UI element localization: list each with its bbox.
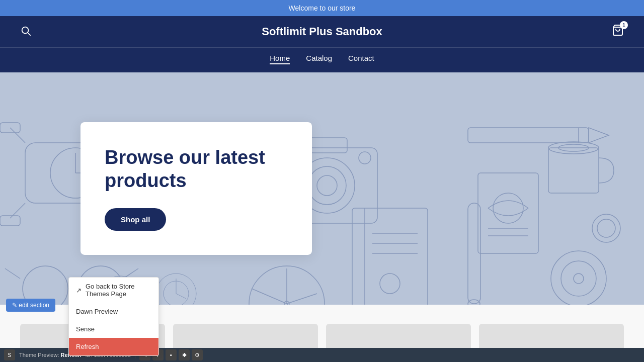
nav-item-catalog[interactable]: Catalog <box>306 54 332 64</box>
context-menu-item-refresh[interactable]: Refresh <box>69 338 158 355</box>
header-right: 1 <box>612 24 624 39</box>
svg-line-1 <box>28 33 30 35</box>
context-menu-item-sense[interactable]: Sense <box>69 320 158 338</box>
toolbar-settings-icon[interactable]: ⚙ <box>192 349 203 360</box>
svg-line-67 <box>176 294 186 299</box>
svg-rect-12 <box>0 216 20 226</box>
svg-line-33 <box>5 268 20 279</box>
cart-badge: 1 <box>620 21 628 29</box>
nav-item-home[interactable]: Home <box>270 54 290 64</box>
svg-rect-21 <box>468 128 589 143</box>
svg-point-58 <box>592 214 620 242</box>
svg-point-18 <box>317 175 337 196</box>
svg-line-39 <box>252 289 287 304</box>
hero-title: Browse our latest products <box>105 146 284 192</box>
search-icon[interactable] <box>20 25 31 39</box>
svg-rect-19 <box>307 138 347 153</box>
svg-line-40 <box>287 294 317 304</box>
svg-point-17 <box>308 166 346 205</box>
main-nav: Home Catalog Contact <box>0 47 644 72</box>
toolbar-shopify-icon[interactable]: S <box>4 349 15 360</box>
external-link-icon: ↗ <box>76 287 82 294</box>
svg-point-57 <box>574 274 584 284</box>
context-menu-item-go-back[interactable]: ↗ Go back to Store Themes Page <box>69 278 158 303</box>
svg-point-52 <box>493 193 523 223</box>
svg-point-59 <box>597 219 615 237</box>
hero-section: Browse our latest products Shop all <box>0 72 644 305</box>
store-title: Softlimit Plus Sandbox <box>262 25 382 38</box>
header: Softlimit Plus Sandbox 1 <box>0 16 644 47</box>
nav-item-contact[interactable]: Contact <box>348 54 374 64</box>
svg-rect-24 <box>352 208 428 305</box>
context-menu-item-dawn[interactable]: Dawn Preview <box>69 303 158 320</box>
announcement-text: Welcome to our store <box>289 4 356 12</box>
svg-marker-22 <box>589 128 609 143</box>
svg-point-55 <box>551 251 606 305</box>
announcement-bar: Welcome to our store <box>0 0 644 16</box>
svg-point-29 <box>380 274 400 294</box>
hero-card: Browse our latest products Shop all <box>80 122 312 255</box>
edit-section-button[interactable]: ✎ edit section <box>6 299 55 312</box>
cart-icon[interactable]: 1 <box>612 24 624 39</box>
shop-all-button[interactable]: Shop all <box>105 208 166 231</box>
context-menu: ↗ Go back to Store Themes Page Dawn Prev… <box>68 277 159 356</box>
svg-rect-41 <box>468 203 480 304</box>
toolbar-block-icon[interactable]: ▪ <box>166 349 177 360</box>
svg-rect-43 <box>548 148 599 193</box>
header-left <box>20 25 31 39</box>
toolbar-asterisk-icon[interactable]: ✱ <box>179 349 190 360</box>
svg-line-7 <box>10 128 25 143</box>
svg-point-20 <box>359 152 371 164</box>
svg-point-56 <box>561 261 596 296</box>
svg-rect-51 <box>478 173 538 253</box>
